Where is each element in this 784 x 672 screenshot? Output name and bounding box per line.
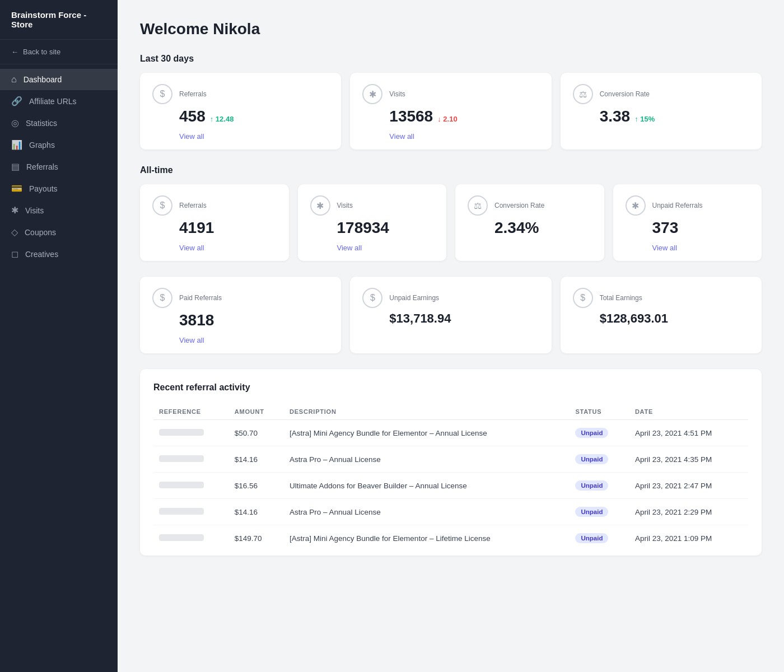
- status-badge: Unpaid: [575, 507, 608, 517]
- sidebar-nav: ⌂ Dashboard 🔗 Affiliate URLs ◎ Statistic…: [0, 64, 118, 269]
- last30-conversion-card: ⚖ Conversion Rate 3.38 ↑ 15%: [561, 73, 762, 150]
- sidebar-item-label: Statistics: [26, 119, 57, 128]
- sidebar-item-statistics[interactable]: ◎ Statistics: [0, 112, 118, 134]
- affiliate-urls-icon: 🔗: [11, 96, 22, 106]
- at-total-earn-value: $128,693.01: [600, 311, 668, 326]
- coupons-icon: ◇: [11, 227, 18, 237]
- at-visits-view-all[interactable]: View all: [310, 244, 435, 252]
- at-unpaid-earn-value: $13,718.94: [389, 311, 451, 326]
- payouts-icon: 💳: [11, 183, 22, 194]
- statistics-icon: ◎: [11, 118, 19, 128]
- sidebar-item-creatives[interactable]: ◻ Creatives: [0, 243, 118, 265]
- cell-amount: $50.70: [229, 420, 284, 446]
- visits-icon: ✱: [11, 205, 18, 216]
- alltime-paid-referrals-card: $ Paid Referrals 3818 View all: [140, 277, 341, 353]
- conversion-card-delta: ↑ 15%: [634, 115, 655, 123]
- cell-reference: [153, 499, 229, 525]
- at-conversion-icon: ⚖: [468, 195, 488, 216]
- main-content: Welcome Nikola Last 30 days $ Referrals …: [118, 0, 784, 672]
- referrals-card-label: Referrals: [179, 90, 207, 98]
- conversion-card-label: Conversion Rate: [600, 90, 650, 98]
- dashboard-icon: ⌂: [11, 74, 17, 85]
- col-status: STATUS: [570, 404, 629, 420]
- status-badge: Unpaid: [575, 428, 608, 438]
- col-amount: AMOUNT: [229, 404, 284, 420]
- referrals-card-delta: ↑ 12.48: [210, 115, 234, 123]
- last30-heading: Last 30 days: [140, 54, 762, 64]
- at-visits-icon: ✱: [310, 195, 330, 216]
- activity-table: REFERENCE AMOUNT DESCRIPTION STATUS DATE…: [153, 404, 748, 551]
- sidebar-item-dashboard[interactable]: ⌂ Dashboard: [0, 69, 118, 90]
- referrals-card-icon: $: [152, 84, 172, 104]
- cell-description: Ultimate Addons for Beaver Builder – Ann…: [284, 473, 570, 499]
- alltime-visits-card: ✱ Visits 178934 View all: [298, 184, 447, 261]
- alltime-conversion-card: ⚖ Conversion Rate 2.34%: [455, 184, 604, 261]
- sidebar-item-payouts[interactable]: 💳 Payouts: [0, 178, 118, 199]
- cell-reference: [153, 525, 229, 552]
- creatives-icon: ◻: [11, 249, 18, 259]
- sidebar-item-graphs[interactable]: 📊 Graphs: [0, 134, 118, 156]
- referrals-icon: ▤: [11, 161, 20, 172]
- back-label: Back to site: [23, 48, 60, 56]
- at-paid-ref-icon: $: [152, 288, 172, 308]
- visits-view-all[interactable]: View all: [362, 132, 539, 141]
- sidebar: Brainstorm Force - Store ← Back to site …: [0, 0, 118, 672]
- cell-date: April 23, 2021 4:35 PM: [629, 446, 748, 473]
- sidebar-item-coupons[interactable]: ◇ Coupons: [0, 221, 118, 243]
- sidebar-item-label: Referrals: [26, 162, 58, 171]
- at-unpaid-ref-label: Unpaid Referrals: [652, 202, 703, 209]
- table-row: $50.70 [Astra] Mini Agency Bundle for El…: [153, 420, 748, 446]
- cell-status: Unpaid: [570, 420, 629, 446]
- at-conversion-value: 2.34%: [494, 219, 539, 237]
- alltime-total-earnings-card: $ Total Earnings $128,693.01: [561, 277, 762, 353]
- table-row: $149.70 [Astra] Mini Agency Bundle for E…: [153, 525, 748, 552]
- visits-card-value: 13568: [389, 108, 433, 125]
- sidebar-item-label: Affiliate URLs: [29, 97, 77, 106]
- cell-reference: [153, 473, 229, 499]
- cell-reference: [153, 446, 229, 473]
- cell-reference: [153, 420, 229, 446]
- cell-date: April 23, 2021 2:29 PM: [629, 499, 748, 525]
- at-referrals-value: 4191: [179, 219, 214, 237]
- sidebar-item-referrals[interactable]: ▤ Referrals: [0, 156, 118, 178]
- at-referrals-icon: $: [152, 195, 172, 216]
- sidebar-item-label: Visits: [25, 206, 44, 215]
- cell-status: Unpaid: [570, 499, 629, 525]
- sidebar-item-visits[interactable]: ✱ Visits: [0, 199, 118, 221]
- at-referrals-view-all[interactable]: View all: [152, 244, 277, 252]
- cell-description: Astra Pro – Annual License: [284, 499, 570, 525]
- alltime-unpaid-earnings-card: $ Unpaid Earnings $13,718.94: [350, 277, 551, 353]
- alltime-row2: $ Paid Referrals 3818 View all $ Unpaid …: [140, 277, 762, 353]
- alltime-heading: All-time: [140, 165, 762, 175]
- at-unpaid-earn-label: Unpaid Earnings: [389, 294, 439, 302]
- status-badge: Unpaid: [575, 480, 608, 491]
- col-reference: REFERENCE: [153, 404, 229, 420]
- table-row: $16.56 Ultimate Addons for Beaver Builde…: [153, 473, 748, 499]
- at-unpaid-ref-view-all[interactable]: View all: [626, 244, 750, 252]
- cell-amount: $149.70: [229, 525, 284, 552]
- graphs-icon: 📊: [11, 139, 22, 150]
- cell-description: [Astra] Mini Agency Bundle for Elementor…: [284, 420, 570, 446]
- alltime-unpaid-referrals-card: ✱ Unpaid Referrals 373 View all: [613, 184, 762, 261]
- back-icon: ←: [11, 48, 18, 56]
- page-title: Welcome Nikola: [140, 20, 762, 38]
- at-paid-ref-view-all[interactable]: View all: [152, 336, 329, 344]
- at-total-earn-icon: $: [573, 288, 593, 308]
- cell-amount: $16.56: [229, 473, 284, 499]
- back-to-site[interactable]: ← Back to site: [0, 40, 118, 64]
- last30-visits-card: ✱ Visits 13568 ↓ 2.10 View all: [350, 73, 551, 150]
- at-visits-label: Visits: [337, 202, 353, 209]
- visits-card-delta: ↓ 2.10: [437, 115, 457, 123]
- at-referrals-label: Referrals: [179, 202, 207, 209]
- conversion-card-value: 3.38: [600, 108, 631, 125]
- at-unpaid-ref-icon: ✱: [626, 195, 646, 216]
- activity-section: Recent referral activity REFERENCE AMOUN…: [140, 369, 762, 556]
- sidebar-brand: Brainstorm Force - Store: [0, 0, 118, 40]
- referrals-card-value: 458: [179, 108, 206, 125]
- referrals-view-all[interactable]: View all: [152, 132, 329, 141]
- alltime-referrals-card: $ Referrals 4191 View all: [140, 184, 289, 261]
- cell-description: Astra Pro – Annual License: [284, 446, 570, 473]
- cell-status: Unpaid: [570, 473, 629, 499]
- sidebar-item-label: Coupons: [25, 228, 56, 237]
- sidebar-item-affiliate-urls[interactable]: 🔗 Affiliate URLs: [0, 90, 118, 112]
